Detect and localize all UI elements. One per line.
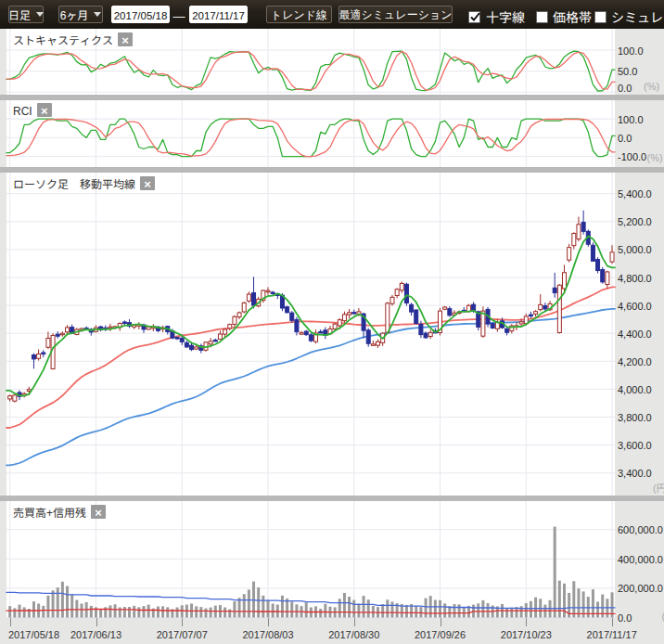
x-axis-tick [612, 618, 613, 626]
x-axis-tick [441, 618, 441, 626]
stock-chart-app: 日足 6ヶ月 — トレンド線 最適シミュレーション 十字線 価格帯 シミュレーシ… [0, 0, 664, 644]
rci-panel-title: RCI [13, 103, 32, 117]
price-band-checkbox-label: 価格帯 [553, 7, 592, 26]
x-axis-label: 2017/05/18 [8, 628, 59, 640]
range-select-value: 6ヶ月 [60, 9, 89, 20]
toolbar: 日足 6ヶ月 — トレンド線 最適シミュレーション 十字線 価格帯 シミュレーシ… [0, 0, 664, 29]
period-select-value: 日足 [8, 9, 31, 20]
x-axis-label: 2017/09/26 [415, 628, 466, 640]
stochastics-panel: ストキャスティクス × 100.050.00.0(%) [0, 29, 664, 95]
x-axis-tick [526, 618, 527, 626]
axis-unit-label: (%) [647, 151, 663, 163]
y-axis-label: 50.0 [618, 65, 637, 77]
y-axis-label: 0.0 [618, 82, 632, 94]
axis-unit-label: (%) [644, 80, 659, 92]
x-axis-label: 2017/08/30 [328, 628, 379, 640]
candlestick-panel-header: ローソク足 移動平均線 × [13, 176, 155, 190]
volume-close-button[interactable]: × [91, 505, 106, 519]
y-axis-label: 3,800.0 [618, 411, 652, 423]
y-axis-label: 3,400.0 [618, 467, 652, 479]
axis-unit-label: (円) [653, 482, 664, 494]
x-axis-label: 2017/06/13 [70, 628, 121, 640]
rci-close-button[interactable]: × [37, 103, 52, 117]
x-axis-tick [96, 618, 97, 626]
simulation-checkbox-label: シミュレーション [611, 7, 664, 26]
rci-panel-header: RCI × [13, 103, 52, 117]
volume-panel-header: 売買高+信用残 × [13, 505, 106, 519]
date-range-separator: — [172, 6, 185, 24]
price-band-checkbox[interactable]: 価格帯 [536, 7, 592, 26]
volume-panel-title: 売買高+信用残 [13, 505, 86, 519]
y-axis-label: 4,200.0 [618, 355, 652, 367]
y-axis-label: 5,000.0 [618, 243, 652, 255]
period-select[interactable]: 日足 [8, 6, 44, 23]
candlestick-plot [0, 173, 664, 496]
y-axis-label: 4,000.0 [618, 383, 652, 395]
simulation-checkbox[interactable]: シミュレーション [594, 7, 664, 26]
x-axis-label: 2017/08/03 [242, 628, 293, 640]
stochastics-panel-title: ストキャスティクス [13, 32, 113, 46]
date-from-input[interactable] [111, 6, 170, 23]
range-select[interactable]: 6ヶ月 [58, 6, 103, 23]
rci-panel: RCI × 100.00.0-100.0(%) [0, 100, 664, 167]
y-axis-label: -100.0 [618, 150, 646, 162]
crosshair-checkbox[interactable]: 十字線 [468, 7, 525, 26]
x-axis-tick [354, 618, 355, 626]
simulation-button[interactable]: 最適シミュレーション [338, 6, 453, 23]
x-axis-tick [268, 618, 269, 626]
x-axis-tick [182, 618, 183, 626]
candlestick-close-button[interactable]: × [140, 176, 155, 190]
price-band-checkbox-box [536, 11, 548, 23]
caret-down-icon [94, 12, 101, 17]
y-axis-label: 5,400.0 [618, 187, 652, 200]
x-axis-tick [10, 618, 11, 626]
candlestick-panel: ローソク足 移動平均線 × 5,400.05,200.05,000.04,800… [0, 173, 664, 496]
y-axis-label: 100.0 [618, 113, 644, 125]
y-axis-label: 200,000.0 [618, 582, 663, 594]
trendline-button[interactable]: トレンド線 [266, 6, 332, 23]
stochastics-close-button[interactable]: × [118, 32, 133, 46]
x-axis: 2017/05/182017/06/132017/07/072017/08/03… [0, 618, 618, 644]
checkmark-icon [469, 11, 481, 23]
rci-plot [0, 100, 664, 167]
y-axis-label: 4,400.0 [618, 328, 652, 340]
y-axis-label: 600,000.0 [618, 523, 663, 535]
candlestick-panel-title: ローソク足 移動平均線 [13, 176, 135, 190]
x-axis-label: 2017/11/17 [587, 628, 637, 640]
crosshair-checkbox-box [468, 11, 480, 23]
y-axis-label: 0.0 [618, 612, 632, 624]
y-axis-label: 4,800.0 [618, 272, 652, 284]
y-axis-label: 4,600.0 [618, 300, 652, 312]
y-axis-label: 5,200.0 [618, 215, 652, 227]
date-to-input[interactable] [189, 6, 248, 23]
x-axis-label: 2017/10/23 [501, 628, 552, 640]
caret-down-icon [36, 12, 44, 17]
y-axis-label: 100.0 [618, 45, 644, 57]
simulation-checkbox-box [594, 11, 607, 23]
y-axis-label: 3,600.0 [618, 439, 652, 451]
y-axis-label: 0.0 [618, 132, 632, 144]
y-axis-label: 400,000.0 [618, 553, 663, 565]
stochastics-panel-header: ストキャスティクス × [13, 32, 133, 46]
x-axis-label: 2017/07/07 [157, 628, 208, 640]
crosshair-checkbox-label: 十字線 [486, 7, 525, 26]
